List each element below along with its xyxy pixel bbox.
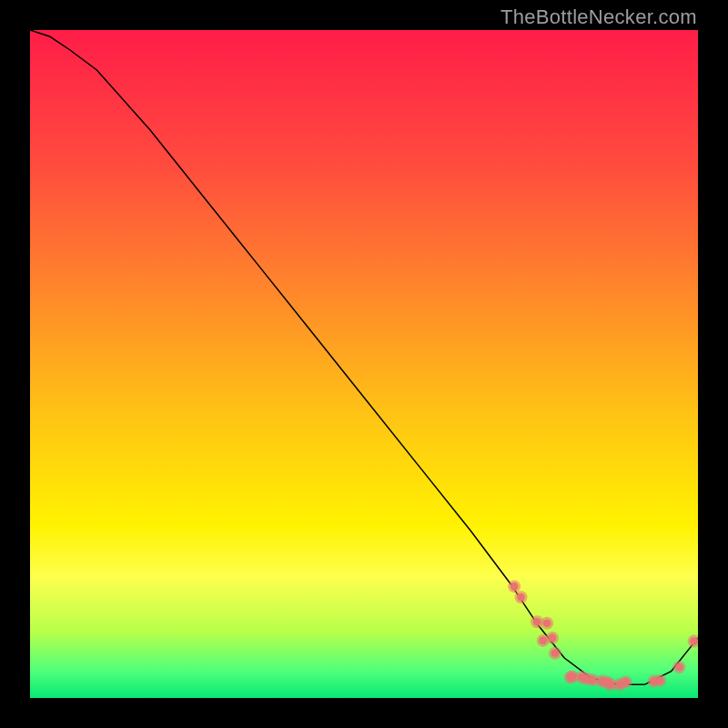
data-marker xyxy=(622,678,630,686)
data-marker xyxy=(533,618,541,626)
plot-area xyxy=(30,30,698,698)
data-marker xyxy=(675,663,683,672)
data-marker xyxy=(549,634,557,642)
bottleneck-curve xyxy=(30,30,698,684)
data-marker xyxy=(569,672,577,681)
data-marker xyxy=(607,681,615,689)
data-marker xyxy=(543,620,551,628)
watermark-text: TheBottleNecker.com xyxy=(500,5,697,29)
marker-group xyxy=(508,580,698,691)
data-marker xyxy=(551,650,560,658)
data-marker xyxy=(539,637,547,645)
data-marker xyxy=(690,637,698,645)
data-marker xyxy=(511,582,519,591)
plot-svg xyxy=(30,30,698,698)
data-marker xyxy=(656,677,664,685)
chart-frame: TheBottleNecker.com xyxy=(0,0,728,728)
data-marker xyxy=(589,676,597,684)
data-marker xyxy=(517,593,525,602)
